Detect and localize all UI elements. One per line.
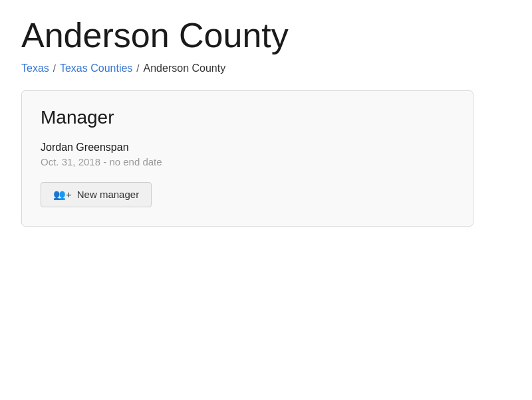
breadcrumb-link-texas[interactable]: Texas	[21, 62, 49, 74]
breadcrumb-current: Anderson County	[144, 62, 226, 74]
card-title: Manager	[41, 107, 454, 128]
person-add-icon: 👥+	[53, 189, 72, 201]
new-manager-button[interactable]: 👥+ New manager	[41, 182, 152, 207]
manager-card: Manager Jordan Greenspan Oct. 31, 2018 -…	[21, 90, 473, 227]
new-manager-button-label: New manager	[77, 189, 139, 200]
page-title: Anderson County	[21, 16, 511, 56]
breadcrumb: Texas / Texas Counties / Anderson County	[21, 62, 511, 74]
breadcrumb-separator-2: /	[136, 62, 139, 74]
breadcrumb-separator-1: /	[53, 62, 56, 74]
manager-dates: Oct. 31, 2018 - no end date	[41, 156, 454, 167]
breadcrumb-link-texas-counties[interactable]: Texas Counties	[60, 62, 132, 74]
manager-name: Jordan Greenspan	[41, 142, 454, 153]
